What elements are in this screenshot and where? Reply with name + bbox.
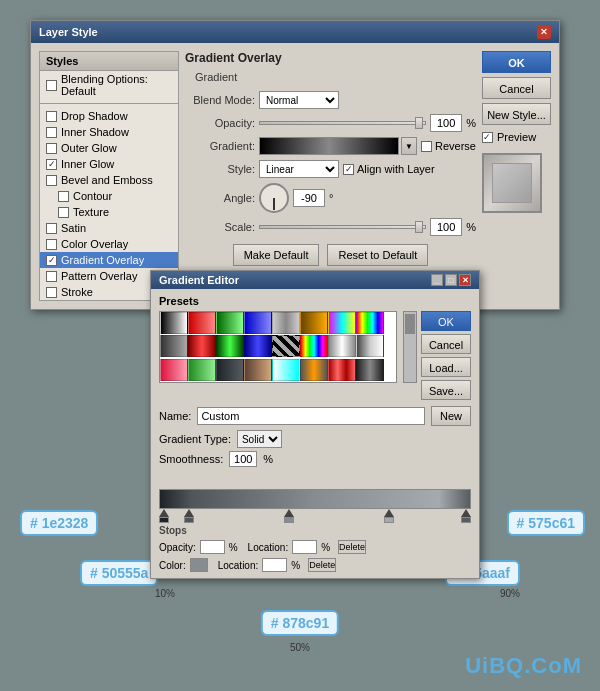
stop-0[interactable] — [159, 509, 169, 523]
preset-swatch[interactable] — [272, 359, 300, 381]
pattern-overlay-checkbox[interactable] — [46, 271, 57, 282]
preset-swatch[interactable] — [356, 335, 384, 357]
contour-checkbox[interactable] — [58, 191, 69, 202]
ok-button[interactable]: OK — [482, 51, 551, 73]
texture-checkbox[interactable] — [58, 207, 69, 218]
delete-btn1[interactable]: Delete — [338, 540, 366, 554]
preset-swatch[interactable] — [328, 335, 356, 357]
style-outer-glow[interactable]: Outer Glow — [40, 140, 178, 156]
right-panel: OK Cancel New Style... Preview — [482, 51, 551, 301]
blending-checkbox[interactable] — [46, 80, 57, 91]
gradient-overlay-label: Gradient Overlay — [61, 254, 144, 266]
stop-100[interactable] — [461, 509, 471, 523]
name-input[interactable] — [197, 407, 425, 425]
stop-50[interactable] — [284, 509, 294, 523]
reverse-checkbox[interactable] — [421, 141, 432, 152]
reset-default-button[interactable]: Reset to Default — [327, 244, 428, 266]
style-drop-shadow[interactable]: Drop Shadow — [40, 108, 178, 124]
close-ge-button[interactable]: ✕ — [459, 274, 471, 286]
drop-shadow-checkbox[interactable] — [46, 111, 57, 122]
preset-swatch[interactable] — [160, 335, 188, 357]
smoothness-input[interactable] — [229, 451, 257, 467]
preset-swatch[interactable] — [300, 312, 328, 334]
gradient-picker[interactable]: ▼ — [259, 137, 417, 155]
outer-glow-checkbox[interactable] — [46, 143, 57, 154]
preset-swatch[interactable] — [216, 335, 244, 357]
stroke-checkbox[interactable] — [46, 287, 57, 298]
preset-swatch[interactable] — [356, 359, 384, 381]
make-default-button[interactable]: Make Default — [233, 244, 320, 266]
preset-swatch[interactable] — [216, 312, 244, 334]
location-input2[interactable] — [262, 558, 287, 572]
align-checkbox[interactable] — [343, 164, 354, 175]
inner-glow-checkbox[interactable] — [46, 159, 57, 170]
bevel-emboss-checkbox[interactable] — [46, 175, 57, 186]
scale-slider[interactable] — [259, 225, 426, 229]
style-blending[interactable]: Blending Options: Default — [40, 71, 178, 99]
gradient-dropdown-arrow[interactable]: ▼ — [401, 137, 417, 155]
style-satin[interactable]: Satin — [40, 220, 178, 236]
preset-swatch[interactable] — [272, 335, 300, 357]
preset-swatch[interactable] — [188, 312, 216, 334]
angle-input[interactable] — [293, 189, 325, 207]
color-annotation-2: # 575c61 — [507, 510, 585, 536]
preset-swatch[interactable] — [244, 335, 272, 357]
ge-cancel-button[interactable]: Cancel — [421, 334, 471, 354]
preview-checkbox[interactable] — [482, 132, 493, 143]
location-unit2: % — [291, 560, 300, 571]
angle-unit: ° — [329, 192, 333, 204]
style-select[interactable]: Linear — [259, 160, 339, 178]
style-gradient-overlay[interactable]: Gradient Overlay — [40, 252, 178, 268]
delete-btn2[interactable]: Delete — [308, 558, 336, 572]
preset-swatch[interactable] — [244, 359, 272, 381]
gradient-type-select[interactable]: Solid — [237, 430, 282, 448]
style-texture[interactable]: Texture — [40, 204, 178, 220]
opacity-slider[interactable] — [259, 121, 426, 125]
maximize-button[interactable]: □ — [445, 274, 457, 286]
scale-input[interactable] — [430, 218, 462, 236]
location-input1[interactable] — [292, 540, 317, 554]
preset-swatch[interactable] — [160, 312, 188, 334]
style-inner-shadow[interactable]: Inner Shadow — [40, 124, 178, 140]
minimize-button[interactable]: _ — [431, 274, 443, 286]
color-overlay-label: Color Overlay — [61, 238, 128, 250]
opacity-unit: % — [466, 117, 476, 129]
preset-swatch[interactable] — [300, 359, 328, 381]
cancel-button[interactable]: Cancel — [482, 77, 551, 99]
blend-mode-select[interactable]: Normal — [259, 91, 339, 109]
ge-ok-button[interactable]: OK — [421, 311, 471, 331]
ge-save-button[interactable]: Save... — [421, 380, 471, 400]
preset-swatch[interactable] — [188, 335, 216, 357]
new-button[interactable]: New — [431, 406, 471, 426]
bottom-stops — [159, 509, 471, 523]
close-button[interactable]: ✕ — [537, 25, 551, 39]
ge-load-button[interactable]: Load... — [421, 357, 471, 377]
stop-10[interactable] — [184, 509, 194, 523]
smoothness-unit: % — [263, 453, 273, 465]
preset-swatch[interactable] — [272, 312, 300, 334]
angle-dial[interactable] — [259, 183, 289, 213]
preset-swatch[interactable] — [188, 359, 216, 381]
preset-swatch[interactable] — [328, 312, 356, 334]
color-overlay-checkbox[interactable] — [46, 239, 57, 250]
style-bevel-emboss[interactable]: Bevel and Emboss — [40, 172, 178, 188]
preset-swatch[interactable] — [244, 312, 272, 334]
preset-swatch[interactable] — [328, 359, 356, 381]
preset-swatch[interactable] — [216, 359, 244, 381]
new-style-button[interactable]: New Style... — [482, 103, 551, 125]
stop-90[interactable] — [384, 509, 394, 523]
style-contour[interactable]: Contour — [40, 188, 178, 204]
opacity-stop-input[interactable] — [200, 540, 225, 554]
preset-swatch[interactable] — [300, 335, 328, 357]
presets-scrollbar[interactable] — [403, 311, 417, 383]
gradient-overlay-checkbox[interactable] — [46, 255, 57, 266]
preset-swatch[interactable] — [356, 312, 384, 334]
inner-shadow-checkbox[interactable] — [46, 127, 57, 138]
preset-swatch[interactable] — [160, 359, 188, 381]
color-swatch[interactable] — [190, 558, 208, 572]
color-annotation-5: # 878c91 — [261, 610, 339, 636]
style-color-overlay[interactable]: Color Overlay — [40, 236, 178, 252]
style-inner-glow[interactable]: Inner Glow — [40, 156, 178, 172]
opacity-input[interactable] — [430, 114, 462, 132]
satin-checkbox[interactable] — [46, 223, 57, 234]
